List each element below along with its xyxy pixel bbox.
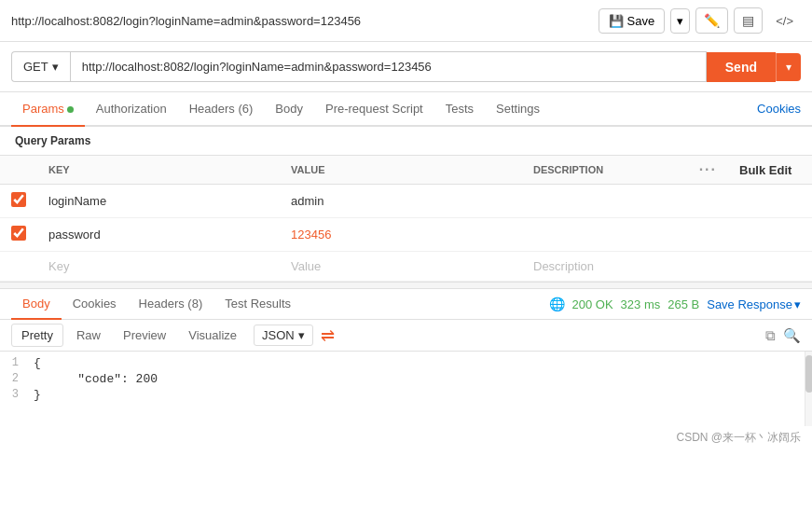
method-chevron-icon: ▾: [52, 60, 59, 74]
tab-params[interactable]: Params: [11, 92, 85, 127]
line-content-2: "code": 200: [34, 372, 158, 386]
row1-more: [688, 185, 728, 218]
json-format-select[interactable]: JSON ▾: [254, 325, 313, 346]
scrollbar-track[interactable]: [805, 352, 812, 426]
fmt-tab-raw[interactable]: Raw: [67, 325, 110, 346]
row2-check-cell: [0, 218, 37, 252]
cookies-link[interactable]: Cookies: [757, 92, 801, 125]
check-col-header: [0, 156, 37, 185]
layout-icon-button[interactable]: ▤: [734, 7, 763, 34]
send-button[interactable]: Send: [707, 52, 776, 82]
tab-pre-request[interactable]: Pre-request Script: [314, 92, 434, 127]
row2-value: 123456: [280, 218, 522, 252]
tab-body[interactable]: Body: [264, 92, 314, 127]
more-col-header: ···: [688, 156, 728, 185]
query-params-label: Query Params: [0, 127, 812, 155]
empty-value[interactable]: Value: [280, 252, 522, 282]
more-icon[interactable]: ···: [699, 161, 717, 177]
line-num-1: 1: [0, 356, 34, 369]
fmt-tab-pretty[interactable]: Pretty: [11, 324, 63, 347]
empty-more: [688, 252, 728, 282]
tab-headers[interactable]: Headers (6): [178, 92, 265, 127]
line-num-3: 3: [0, 388, 34, 401]
row2-description: [522, 218, 688, 252]
row1-value: admin: [280, 185, 522, 218]
copy-icon[interactable]: ⧉: [765, 327, 776, 344]
row1-checkbox[interactable]: [11, 192, 26, 207]
line-num-2: 2: [0, 372, 34, 385]
line-content-3: }: [34, 388, 41, 402]
table-row: password 123456: [0, 218, 812, 252]
tab-tests[interactable]: Tests: [434, 92, 485, 127]
save-response-button[interactable]: Save Response ▾: [707, 297, 801, 311]
table-row: loginName admin: [0, 185, 812, 218]
code-area: 1 { 2 "code": 200 3 }: [0, 352, 812, 426]
key-col-header: KEY: [37, 156, 280, 185]
empty-key[interactable]: Key: [37, 252, 280, 282]
top-bar: http://localhost:8082/login?loginName=ad…: [0, 0, 812, 42]
resp-tab-test-results[interactable]: Test Results: [213, 289, 302, 320]
save-button[interactable]: 💾 Save: [599, 8, 666, 34]
tab-authorization[interactable]: Authorization: [85, 92, 178, 127]
status-time: 323 ms: [621, 297, 661, 311]
response-tabs: Body Cookies Headers (8) Test Results 🌐 …: [0, 289, 812, 320]
top-bar-url: http://localhost:8082/login?loginName=ad…: [11, 14, 361, 28]
row2-key: password: [37, 218, 280, 252]
send-dropdown-button[interactable]: ▾: [776, 53, 801, 81]
resp-tab-cookies[interactable]: Cookies: [62, 289, 128, 320]
value-col-header: VALUE: [280, 156, 522, 185]
save-response-chevron: ▾: [794, 297, 801, 311]
scrollbar-thumb[interactable]: [805, 355, 812, 393]
format-icons-right: ⧉ 🔍: [765, 327, 801, 344]
top-bar-actions: 💾 Save ▾ ✏️ ▤ </>: [599, 7, 801, 34]
row2-checkbox[interactable]: [11, 226, 26, 241]
section-divider: [0, 282, 812, 289]
table-row-empty: Key Value Description: [0, 252, 812, 282]
row2-more: [688, 218, 728, 252]
row1-check-cell: [0, 185, 37, 218]
response-area: 1 { 2 "code": 200 3 } CSDN @来一杯丶冰阔乐: [0, 352, 812, 449]
resp-tab-body[interactable]: Body: [11, 289, 62, 320]
request-tabs: Params Authorization Headers (6) Body Pr…: [0, 92, 812, 127]
empty-description[interactable]: Description: [522, 252, 688, 282]
save-icon: 💾: [609, 14, 624, 28]
row1-bulk: [728, 185, 812, 218]
code-line-3: 3 }: [0, 387, 812, 403]
response-status: 🌐 200 OK 323 ms 265 B Save Response ▾: [549, 297, 802, 311]
status-code: 200 OK: [572, 297, 613, 311]
fmt-tab-preview[interactable]: Preview: [114, 325, 175, 346]
globe-icon: 🌐: [549, 297, 565, 311]
bulk-edit-button[interactable]: Bulk Edit: [739, 163, 791, 177]
method-select[interactable]: GET ▾: [11, 51, 70, 82]
line-content-1: {: [34, 356, 41, 370]
code-key: "code": 200: [48, 372, 158, 386]
row1-description: [522, 185, 688, 218]
params-dot: [67, 106, 74, 113]
params-table: KEY VALUE DESCRIPTION ··· Bulk Edit logi…: [0, 155, 812, 282]
edit-icon-button[interactable]: ✏️: [695, 7, 728, 34]
bulk-col-header: Bulk Edit: [728, 156, 812, 185]
code-line-1: 1 {: [0, 355, 812, 371]
empty-check-cell: [0, 252, 37, 282]
url-input[interactable]: [70, 51, 707, 82]
row2-bulk: [728, 218, 812, 252]
row1-key: loginName: [37, 185, 280, 218]
fmt-tab-visualize[interactable]: Visualize: [179, 325, 246, 346]
filter-icon[interactable]: ⇌: [321, 325, 335, 346]
json-chevron-icon: ▾: [298, 328, 305, 342]
empty-bulk: [728, 252, 812, 282]
desc-col-header: DESCRIPTION: [522, 156, 688, 185]
code-line-2: 2 "code": 200: [0, 371, 812, 387]
watermark: CSDN @来一杯丶冰阔乐: [0, 426, 812, 449]
search-icon[interactable]: 🔍: [783, 327, 801, 344]
format-tabs: Pretty Raw Preview Visualize JSON ▾ ⇌ ⧉ …: [0, 320, 812, 352]
request-bar: GET ▾ Send ▾: [0, 42, 812, 92]
send-button-group: Send ▾: [707, 52, 801, 82]
resp-tab-headers[interactable]: Headers (8): [128, 289, 214, 320]
save-dropdown-button[interactable]: ▾: [670, 8, 690, 34]
status-size: 265 B: [667, 297, 699, 311]
tab-settings[interactable]: Settings: [485, 92, 551, 127]
code-view-button[interactable]: </>: [768, 9, 801, 33]
